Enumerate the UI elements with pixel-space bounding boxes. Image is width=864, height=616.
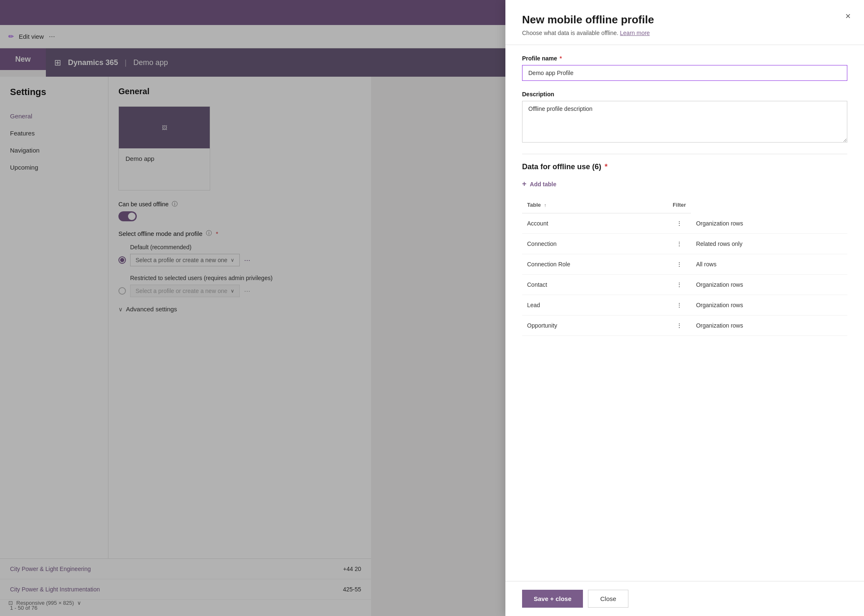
modal-body: Profile name * Description Offline profi… — [505, 45, 864, 581]
description-label: Description — [522, 91, 847, 98]
table-row-name: Opportunity — [522, 316, 668, 336]
modal-subtitle: Choose what data is available offline. L… — [522, 30, 847, 36]
table-row: Connection ⋮ Related rows only — [522, 234, 847, 254]
modal-subtitle-text: Choose what data is available offline. — [522, 30, 618, 36]
table-row-filter: All rows — [691, 254, 847, 275]
close-button[interactable]: Close — [588, 590, 628, 608]
table-row-more[interactable]: ⋮ — [668, 275, 691, 295]
filter-header-label: Filter — [673, 202, 686, 208]
table-row: Opportunity ⋮ Organization rows — [522, 316, 847, 336]
table-row-filter: Organization rows — [691, 275, 847, 295]
description-group: Description Offline profile description — [522, 91, 847, 144]
table-row-name: Account — [522, 213, 668, 234]
table-row-filter: Organization rows — [691, 213, 847, 234]
sort-icon: ↑ — [544, 203, 547, 208]
table-row-name: Contact — [522, 275, 668, 295]
table-row: Contact ⋮ Organization rows — [522, 275, 847, 295]
table-row-more[interactable]: ⋮ — [668, 254, 691, 275]
offline-data-title-text: Data for offline use (6) — [522, 163, 601, 171]
table-row-filter: Related rows only — [691, 234, 847, 254]
table-row-name: Lead — [522, 295, 668, 316]
profile-name-required: * — [560, 55, 562, 62]
profile-name-label: Profile name * — [522, 55, 847, 62]
table-row-more[interactable]: ⋮ — [668, 316, 691, 336]
table-header-filter: Filter — [668, 198, 691, 213]
section-divider — [522, 154, 847, 154]
modal-close-button[interactable]: × — [845, 12, 851, 21]
offline-data-table: Table ↑ Filter Account ⋮ Organization ro… — [522, 198, 847, 336]
learn-more-link[interactable]: Learn more — [620, 30, 650, 36]
offline-data-section-title: Data for offline use (6) * — [522, 163, 847, 171]
table-row-more[interactable]: ⋮ — [668, 295, 691, 316]
modal-footer: Save + close Close — [505, 581, 864, 616]
table-row-more[interactable]: ⋮ — [668, 234, 691, 254]
modal-panel: New mobile offline profile Choose what d… — [505, 0, 864, 616]
add-table-button[interactable]: + Add table — [522, 178, 847, 190]
modal-title: New mobile offline profile — [522, 13, 847, 26]
table-row-filter: Organization rows — [691, 295, 847, 316]
table-row: Account ⋮ Organization rows — [522, 213, 847, 234]
table-row-more[interactable]: ⋮ — [668, 213, 691, 234]
table-header-label: Table — [527, 202, 541, 208]
profile-name-group: Profile name * — [522, 55, 847, 81]
offline-data-required: * — [605, 163, 608, 171]
table-row-name: Connection — [522, 234, 668, 254]
table-row: Lead ⋮ Organization rows — [522, 295, 847, 316]
profile-name-label-text: Profile name — [522, 55, 557, 62]
table-row: Connection Role ⋮ All rows — [522, 254, 847, 275]
add-table-label: Add table — [530, 181, 557, 188]
plus-icon: + — [522, 180, 527, 188]
table-row-filter: Organization rows — [691, 316, 847, 336]
table-row-name: Connection Role — [522, 254, 668, 275]
table-header-table[interactable]: Table ↑ — [522, 198, 668, 213]
profile-name-input[interactable] — [522, 65, 847, 81]
save-close-button[interactable]: Save + close — [522, 590, 583, 608]
description-textarea[interactable]: Offline profile description — [522, 101, 847, 143]
modal-header: New mobile offline profile Choose what d… — [505, 0, 864, 45]
